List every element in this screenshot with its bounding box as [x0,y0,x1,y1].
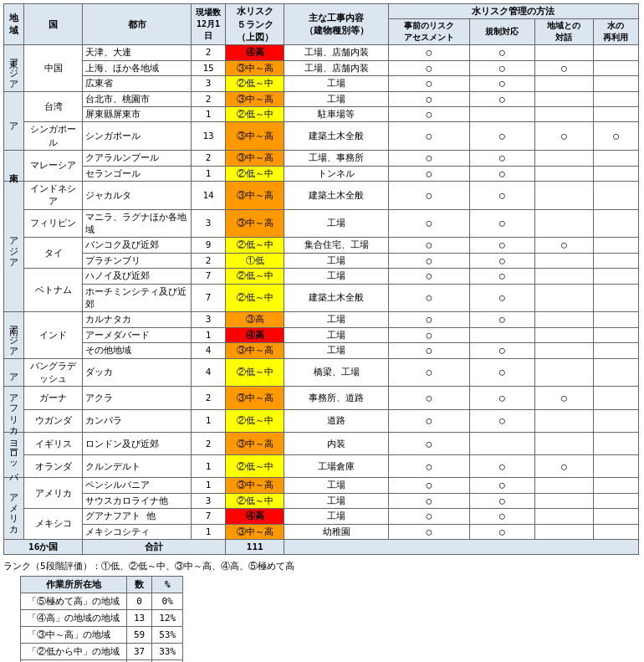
cell-circle-0: ○ [388,509,469,524]
cell-circle-1: ○ [469,166,534,181]
col-region: 地域 [4,4,24,45]
main-table: 地域 国 都市 現場数 12月1日 水リスク ５ランク （上図） 主な工事内容 … [3,3,639,555]
cell-count: 3 [192,493,226,508]
cell-region: 南アジア [4,312,24,358]
table-row: ヨーロッパイギリスロンドン及び近郊2③中～高内装○ [4,433,639,455]
cell-circle-3 [593,455,638,478]
cell-circle-2: ○ [534,387,593,410]
cell-circle-3 [593,60,638,75]
cell-risk: ②低～中 [226,269,284,284]
cell-count: 7 [192,284,226,312]
cell-circle-2 [534,433,593,455]
cell-risk: ②低～中 [226,358,284,387]
cell-circle-3 [593,151,638,166]
col-city: 都市 [83,4,192,45]
cell-circle-2 [534,478,593,493]
cell-work: 工場 [284,478,388,493]
cell-circle-0: ○ [388,166,469,181]
cell-country: イギリス [24,433,83,455]
cell-city: ホーチミンシティ及び近郊 [83,284,192,312]
cell-risk: ③中～高 [226,181,284,209]
cell-work: 工場 [284,253,388,268]
cell-circle-0: ○ [388,343,469,358]
cell-city: メキシコシティ [83,524,192,539]
cell-circle-0: ○ [388,45,469,60]
cell-count: 3 [192,76,226,91]
cell-circle-2 [534,181,593,209]
col-dialogue: 地域との対話 [534,19,593,45]
cell-country: アメリカ [24,478,83,509]
cell-work: 工場、店舗内装 [284,60,388,75]
cell-work: 駐車場等 [284,106,388,121]
cell-count: 1 [192,524,226,539]
cell-count: 14 [192,181,226,209]
cell-circle-1 [469,327,534,342]
cell-country: ベトナム [24,269,83,312]
cell-city: セランゴール [83,166,192,181]
cell-risk: ④高 [226,509,284,524]
cell-circle-3 [593,358,638,387]
cell-country: バングラデッシュ [24,358,83,387]
summary-label: 「④高」の地域の地域 [21,610,127,627]
cell-circle-1: ○ [469,343,534,358]
cell-country: 中国 [24,45,83,91]
cell-circle-2 [534,312,593,327]
cell-circle-2 [534,343,593,358]
table-row: サウスカロライナ他3②低～中工場○○ [4,493,639,508]
cell-city: クルンデルト [83,455,192,478]
cell-risk: ②低～中 [226,166,284,181]
summary-count: 59 [127,627,152,644]
cell-risk: ④高 [226,45,284,60]
cell-risk: ③中～高 [226,524,284,539]
cell-work: 道路 [284,409,388,433]
summary-count: 0 [127,593,152,610]
cell-count: 7 [192,269,226,284]
cell-count: 1 [192,478,226,493]
cell-risk: ②低～中 [226,106,284,121]
cell-circle-2 [534,409,593,433]
cell-risk: ③中～高 [226,343,284,358]
cell-circle-0: ○ [388,60,469,75]
cell-circle-2: ○ [534,60,593,75]
cell-circle-3 [593,91,638,106]
summary-title: 作業所所在地 [21,577,127,593]
cell-city: クアラルンプール [83,151,192,166]
cell-work: 工場、店舗内装 [284,45,388,60]
summary-pct: 53% [152,627,183,644]
cell-city: マニラ、ラグナほか各地域 [83,209,192,238]
cell-circle-0: ○ [388,209,469,238]
cell-circle-1: ○ [469,358,534,387]
cell-circle-2 [534,358,593,387]
cell-country: マレーシア [24,151,83,182]
cell-circle-0: ○ [388,238,469,253]
table-row: 屏東縣屏東市1②低～中駐車場等○ [4,106,639,121]
cell-city: ダッカ [83,358,192,387]
cell-circle-0: ○ [388,312,469,327]
cell-circle-3 [593,493,638,508]
cell-circle-1: ○ [469,60,534,75]
cell-risk: ③中～高 [226,151,284,166]
cell-city: ジャカルタ [83,181,192,209]
cell-count: 2 [192,433,226,455]
cell-circle-1: ○ [469,269,534,284]
cell-circle-2 [534,284,593,312]
cell-work: 工場 [284,509,388,524]
cell-circle-0: ○ [388,327,469,342]
cell-circle-1: ○ [469,387,534,410]
cell-risk: ②低～中 [226,76,284,91]
cell-work: トンネル [284,166,388,181]
cell-circle-0: ○ [388,409,469,433]
summary-count: 37 [127,644,152,660]
cell-city: カンパラ [83,409,192,433]
cell-circle-2 [534,524,593,539]
footer-country-count: 16か国 [4,539,83,554]
cell-circle-1 [469,106,534,121]
cell-region: 東アジア [4,45,24,91]
cell-circle-3 [593,433,638,455]
cell-circle-1: ○ [469,524,534,539]
cell-work: 工場倉庫 [284,455,388,478]
summary-pct: 12% [152,610,183,627]
cell-circle-1: ○ [469,478,534,493]
cell-circle-3 [593,343,638,358]
cell-circle-2 [534,209,593,238]
